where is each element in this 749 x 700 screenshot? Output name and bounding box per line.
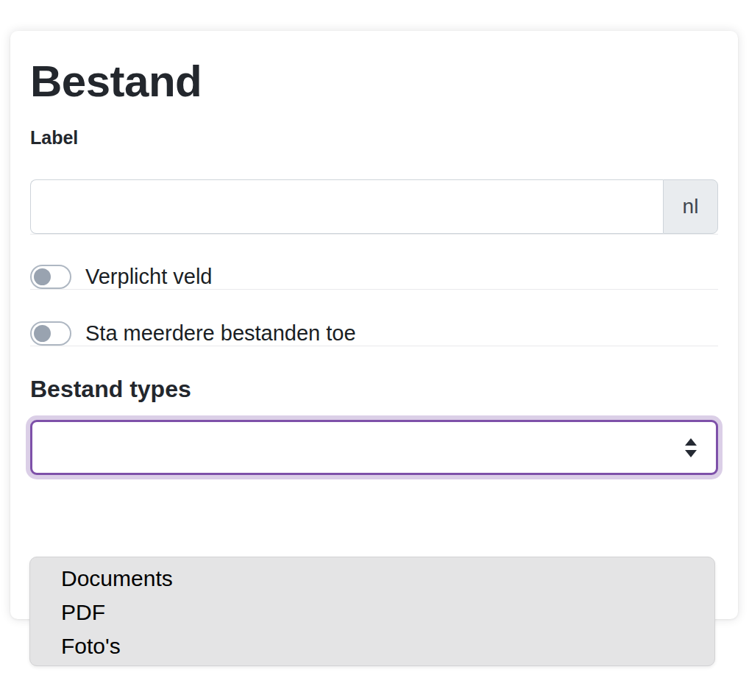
bestand-dialog: Bestand Label nl Verplicht veld Sta meer… [10,31,738,619]
toggle-knob [34,325,51,342]
file-types-heading: Bestand types [30,376,718,402]
select-option[interactable]: Foto's [30,629,714,663]
select-option[interactable]: Documents [30,562,714,596]
file-types-select[interactable] [30,420,718,475]
required-toggle-label: Verplicht veld [85,264,213,289]
divider [30,234,718,235]
toggle-row-required: Verplicht veld [30,264,718,289]
divider [30,289,718,290]
label-input[interactable] [30,179,663,234]
multiple-files-toggle-switch[interactable] [30,321,71,346]
up-down-arrows-icon [684,438,697,457]
locale-badge: nl [663,179,718,234]
page-title: Bestand [30,57,718,106]
file-types-options-popup: Documents PDF Foto's [29,557,715,666]
page: Bestand Label nl Verplicht veld Sta meer… [0,0,749,700]
label-field-label: Label [30,126,718,149]
divider [30,346,718,346]
multiple-files-toggle-label: Sta meerdere bestanden toe [85,321,356,346]
label-input-group: nl [30,179,718,234]
toggle-knob [34,268,51,285]
dialog-body: Bestand Label nl Verplicht veld Sta meer… [10,31,738,475]
select-option[interactable]: PDF [30,596,714,629]
toggle-row-multiple: Sta meerdere bestanden toe [30,321,718,346]
required-toggle-switch[interactable] [30,265,71,289]
